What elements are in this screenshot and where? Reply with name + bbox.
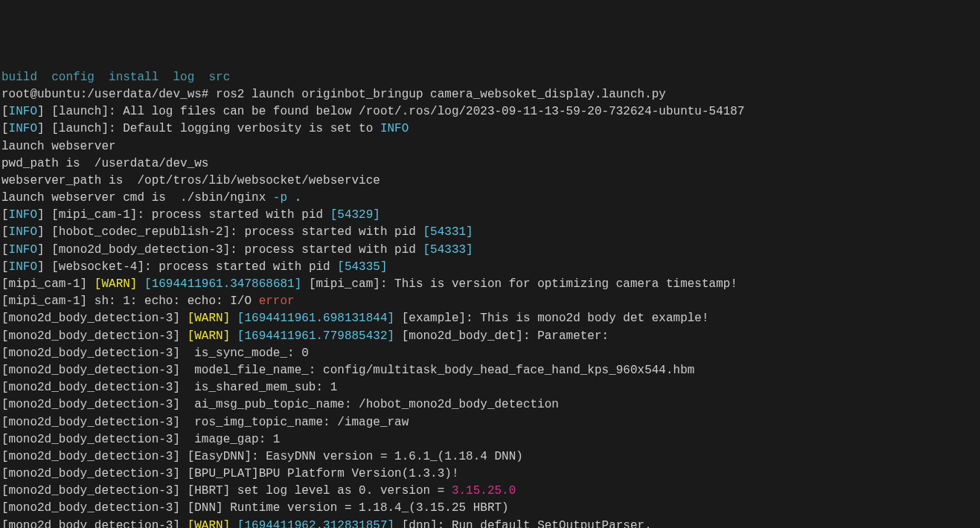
log-line: launch webserver cmd is ./sbin/nginx -p …	[1, 190, 979, 207]
log-line: [mono2d_body_detection-3] ros_img_topic_…	[1, 414, 979, 431]
terminal-output[interactable]: build config install log srcroot@ubuntu:…	[1, 69, 979, 528]
log-line: [INFO] [mipi_cam-1]: process started wit…	[1, 207, 979, 224]
log-line: [mono2d_body_detection-3] is_shared_mem_…	[1, 379, 979, 396]
log-line: [mono2d_body_detection-3] ai_msg_pub_top…	[1, 396, 979, 413]
log-line: [mono2d_body_detection-3] is_sync_mode_:…	[1, 345, 979, 362]
log-line: [mono2d_body_detection-3] [EasyDNN]: Eas…	[1, 448, 979, 466]
log-line: [INFO] [hobot_codec_republish-2]: proces…	[1, 224, 979, 241]
log-line: [mipi_cam-1] [WARN] [1694411961.34786868…	[1, 276, 979, 293]
log-line: webserver_path is /opt/tros/lib/websocke…	[1, 173, 979, 190]
log-line: [mono2d_body_detection-3] model_file_nam…	[1, 362, 979, 379]
log-line: [mipi_cam-1] sh: 1: echo: echo: I/O erro…	[1, 293, 979, 310]
log-line: [INFO] [websocket-4]: process started wi…	[1, 259, 979, 276]
prompt-line: root@ubuntu:/userdata/dev_ws# ros2 launc…	[1, 86, 979, 103]
log-line: [mono2d_body_detection-3] [HBRT] set log…	[1, 483, 979, 500]
log-line: [INFO] [launch]: Default logging verbosi…	[1, 120, 979, 138]
log-line: [INFO] [mono2d_body_detection-3]: proces…	[1, 242, 979, 259]
log-line: [mono2d_body_detection-3] [WARN] [169441…	[1, 310, 979, 327]
log-line: [mono2d_body_detection-3] [WARN] [169441…	[1, 518, 979, 528]
log-line: [mono2d_body_detection-3] [DNN] Runtime …	[1, 500, 979, 517]
log-line: launch webserver	[1, 138, 979, 155]
log-line: [INFO] [launch]: All log files can be fo…	[1, 103, 979, 120]
header-line: build config install log src	[1, 69, 979, 86]
log-line: pwd_path is /userdata/dev_ws	[1, 155, 979, 173]
log-line: [mono2d_body_detection-3] image_gap: 1	[1, 431, 979, 448]
log-line: [mono2d_body_detection-3] [WARN] [169441…	[1, 328, 979, 345]
log-line: [mono2d_body_detection-3] [BPU_PLAT]BPU …	[1, 466, 979, 483]
